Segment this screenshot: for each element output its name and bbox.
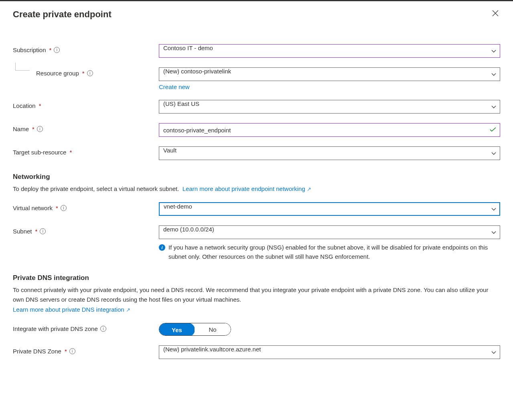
create-new-link[interactable]: Create new (159, 83, 500, 90)
subnet-label: Subnet (13, 228, 32, 235)
private-dns-zone-label: Private DNS Zone (13, 348, 61, 355)
private-dns-zone-select[interactable]: (New) privatelink.vaultcore.azure.net (159, 345, 500, 359)
subnet-select[interactable]: demo (10.0.0.0/24) (159, 225, 500, 239)
resource-group-select[interactable]: (New) contoso-privatelink (159, 67, 500, 81)
dns-learn-more-link[interactable]: Learn more about private DNS integration (13, 306, 130, 313)
virtual-network-label: Virtual network (13, 205, 53, 211)
info-icon[interactable]: i (87, 70, 93, 76)
info-icon[interactable]: i (61, 205, 67, 211)
tree-elbow-icon (15, 63, 30, 71)
required-icon: * (65, 348, 67, 355)
panel-title: Create private endpoint (13, 9, 112, 20)
virtual-network-select[interactable]: vnet-demo (159, 202, 500, 216)
info-icon: i (159, 244, 165, 251)
nsg-info-text: If you have a network security group (NS… (168, 243, 500, 261)
dns-desc: To connect privately with your private e… (13, 286, 488, 302)
close-icon[interactable] (491, 8, 500, 20)
integrate-dns-label: Integrate with private DNS zone (13, 325, 98, 332)
info-icon[interactable]: i (40, 228, 46, 234)
networking-heading: Networking (13, 173, 500, 181)
name-input[interactable] (159, 123, 500, 137)
info-icon[interactable]: i (100, 326, 106, 332)
required-icon: * (35, 228, 38, 235)
subscription-select[interactable]: Contoso IT - demo (159, 44, 500, 58)
dns-heading: Private DNS integration (13, 274, 500, 282)
info-icon[interactable]: i (37, 126, 43, 132)
target-sub-resource-label: Target sub-resource (13, 149, 66, 156)
toggle-yes[interactable]: Yes (159, 323, 195, 336)
required-icon: * (39, 102, 41, 109)
location-select[interactable]: (US) East US (159, 100, 500, 114)
required-icon: * (49, 47, 52, 53)
info-icon[interactable]: i (54, 47, 60, 53)
name-label: Name (13, 126, 29, 132)
location-label: Location (13, 102, 36, 109)
target-sub-resource-select[interactable]: Vault (159, 146, 500, 160)
networking-learn-more-link[interactable]: Learn more about private endpoint networ… (182, 185, 311, 192)
resource-group-label: Resource group (36, 70, 79, 77)
required-icon: * (69, 149, 72, 156)
required-icon: * (56, 205, 58, 211)
required-icon: * (32, 126, 34, 132)
networking-desc: To deploy the private endpoint, select a… (13, 185, 179, 192)
toggle-no[interactable]: No (195, 323, 231, 335)
subscription-label: Subscription (13, 47, 46, 53)
required-icon: * (82, 70, 85, 77)
info-icon[interactable]: i (69, 348, 75, 354)
integrate-dns-toggle[interactable]: Yes No (159, 323, 231, 336)
